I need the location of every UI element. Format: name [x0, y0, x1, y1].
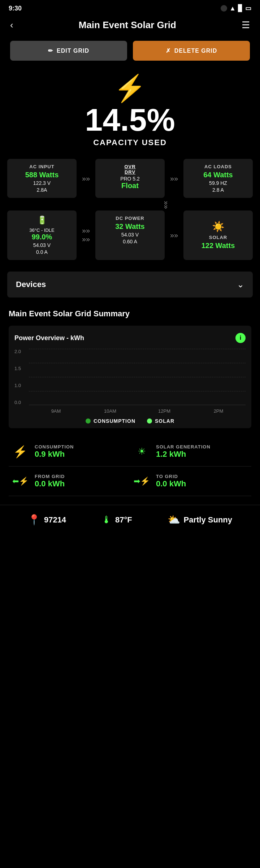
consumption-value: 0.9 kWh — [35, 450, 74, 459]
ac-input-voltage: 122.3 V — [12, 180, 72, 186]
status-bar: 9:30 ▲ ▊ ▭ — [0, 0, 260, 15]
stats-grid: ⚡ CONSUMPTION 0.9 kWh ☀ SOLAR GENERATION… — [9, 437, 251, 496]
menu-button[interactable]: ☰ — [242, 19, 250, 31]
dc-power-label: DC POWER — [100, 216, 160, 221]
battery-icon: ▭ — [245, 4, 251, 12]
from-grid-label: FROM GRID — [35, 474, 65, 479]
delete-icon: ✗ — [166, 47, 171, 54]
header: ‹ Main Event Solar Grid ☰ — [0, 15, 260, 35]
weather-location: 📍 97214 — [28, 514, 66, 526]
arrow-right-2: »» — [168, 159, 181, 198]
arrow-right-4: »» — [168, 211, 181, 260]
from-grid-icon: ⬅⚡ — [12, 477, 29, 486]
stat-consumption: ⚡ CONSUMPTION 0.9 kWh — [9, 437, 130, 466]
legend-solar-label: SOLAR — [155, 418, 174, 424]
to-grid-icon: ➡⚡ — [133, 477, 150, 486]
ac-input-amps: 2.8A — [12, 187, 72, 193]
consumption-label: CONSUMPTION — [35, 444, 74, 450]
consumption-icon: ⚡ — [12, 445, 29, 459]
wifi-icon: ▲ — [229, 5, 236, 12]
stat-to-grid: ➡⚡ TO GRID 0.0 kWh — [130, 466, 251, 496]
edit-grid-button[interactable]: ✏ EDIT GRID — [10, 41, 127, 61]
devices-section: Devices ⌄ — [7, 272, 253, 298]
power-grid: AC INPUT 588 Watts 122.3 V 2.8A »» OVR D… — [0, 153, 260, 266]
location-value: 97214 — [44, 515, 66, 525]
x-label-2pm: 2PM — [191, 408, 246, 414]
ac-loads-label: AC LOADS — [188, 164, 248, 169]
chart-title: Power Overview - kWh — [14, 334, 84, 342]
battery-voltage: 54.03 V — [33, 242, 51, 248]
ac-input-watts: 588 Watts — [12, 171, 72, 179]
delete-grid-button[interactable]: ✗ DELETE GRID — [133, 41, 250, 61]
action-buttons: ✏ EDIT GRID ✗ DELETE GRID — [0, 35, 260, 66]
battery-icon-display: 🔋 — [37, 216, 47, 225]
arrow-right-1: »» — [79, 159, 92, 198]
status-time: 9:30 — [9, 5, 22, 12]
weather-condition: ⛅ Partly Sunny — [168, 514, 232, 526]
solar-gen-value: 1.2 kWh — [156, 450, 211, 459]
solar-icon-display: ☀️ — [212, 221, 225, 233]
solar-cell: ☀️ SOLAR 122 Watts — [183, 211, 253, 260]
x-label-9am: 9AM — [29, 408, 83, 414]
temperature-value: 87°F — [115, 515, 132, 525]
capacity-section: ⚡ 14.5% CAPACITY USED — [0, 66, 260, 153]
summary-title: Main Event Solar Grid Summary — [9, 309, 251, 318]
chart-x-labels: 9AM 10AM 12PM 2PM — [29, 408, 246, 414]
ac-loads-hz: 59.9 HZ — [188, 180, 248, 186]
battery-amps: 0.0 A — [36, 249, 48, 255]
back-button[interactable]: ‹ — [10, 19, 13, 31]
status-icons: ▲ ▊ ▭ — [221, 4, 251, 12]
dc-power-cell: DC POWER 32 Watts 54.03 V 0.60 A — [95, 211, 165, 260]
dc-power-watts: 32 Watts — [100, 222, 160, 231]
location-icon: 📍 — [28, 514, 40, 526]
battery-cell: 🔋 36°C - IDLE 99.0% 54.03 V 0.0 A — [7, 211, 77, 260]
stat-from-grid: ⬅⚡ FROM GRID 0.0 kWh — [9, 466, 130, 496]
legend-consumption-label: CONSUMPTION — [94, 418, 135, 424]
to-grid-label: TO GRID — [156, 474, 186, 479]
chart-container: Power Overview - kWh i 2.0 1.5 1.0 0.0 — [9, 326, 251, 428]
signal-icon: ▊ — [238, 4, 243, 12]
chart-bars — [29, 349, 246, 405]
arrow-down-top: »» — [7, 201, 253, 211]
to-grid-value: 0.0 kWh — [156, 479, 186, 489]
ac-input-label: AC INPUT — [12, 164, 72, 169]
arrow-left-inner: »» — [82, 236, 90, 244]
chart-info-icon[interactable]: i — [235, 333, 246, 343]
dc-power-amps: 0.60 A — [100, 239, 160, 244]
chart-title-row: Power Overview - kWh i — [14, 333, 246, 343]
x-label-12pm: 12PM — [137, 408, 191, 414]
ac-input-cell: AC INPUT 588 Watts 122.3 V 2.8A — [7, 159, 77, 198]
arrow-right-inner: »» — [82, 226, 90, 235]
ac-loads-cell: AC LOADS 64 Watts 59.9 HZ 2.8 A — [183, 159, 253, 198]
chart-legend: CONSUMPTION SOLAR — [14, 418, 246, 424]
solar-watts: 122 Watts — [202, 242, 235, 250]
chevron-down-icon: ⌄ — [237, 279, 244, 290]
temperature-icon: 🌡 — [101, 514, 112, 526]
condition-value: Partly Sunny — [184, 515, 232, 525]
ac-loads-watts: 64 Watts — [188, 171, 248, 179]
summary-section: Main Event Solar Grid Summary Power Over… — [0, 303, 260, 502]
to-grid-content: TO GRID 0.0 kWh — [156, 474, 186, 489]
chart-y-labels: 2.0 1.5 1.0 0.0 — [14, 349, 27, 405]
capacity-value: 14.5% — [85, 104, 175, 136]
ac-loads-amps: 2.8 A — [188, 187, 248, 193]
edit-label: EDIT GRID — [57, 48, 89, 54]
legend-solar-dot — [147, 418, 152, 424]
power-row-middle: 🔋 36°C - IDLE 99.0% 54.03 V 0.0 A »» »» … — [7, 211, 253, 260]
consumption-content: CONSUMPTION 0.9 kWh — [35, 444, 74, 459]
devices-header[interactable]: Devices ⌄ — [7, 272, 253, 298]
solar-label: SOLAR — [209, 235, 228, 240]
y-label-2: 2.0 — [14, 349, 27, 354]
stat-solar-gen: ☀ SOLAR GENERATION 1.2 kWh — [130, 437, 251, 466]
solar-gen-icon: ☀ — [133, 446, 150, 457]
legend-consumption: CONSUMPTION — [86, 418, 135, 424]
solar-gen-content: SOLAR GENERATION 1.2 kWh — [156, 444, 211, 459]
solar-gen-label: SOLAR GENERATION — [156, 444, 211, 450]
weather-temperature: 🌡 87°F — [101, 514, 132, 526]
capacity-label: CAPACITY USED — [93, 138, 167, 147]
legend-consumption-dot — [86, 418, 91, 424]
ovr-status: Float — [100, 182, 160, 190]
y-label-0: 0.0 — [14, 400, 27, 405]
camera-dot — [221, 5, 227, 12]
from-grid-value: 0.0 kWh — [35, 479, 65, 489]
